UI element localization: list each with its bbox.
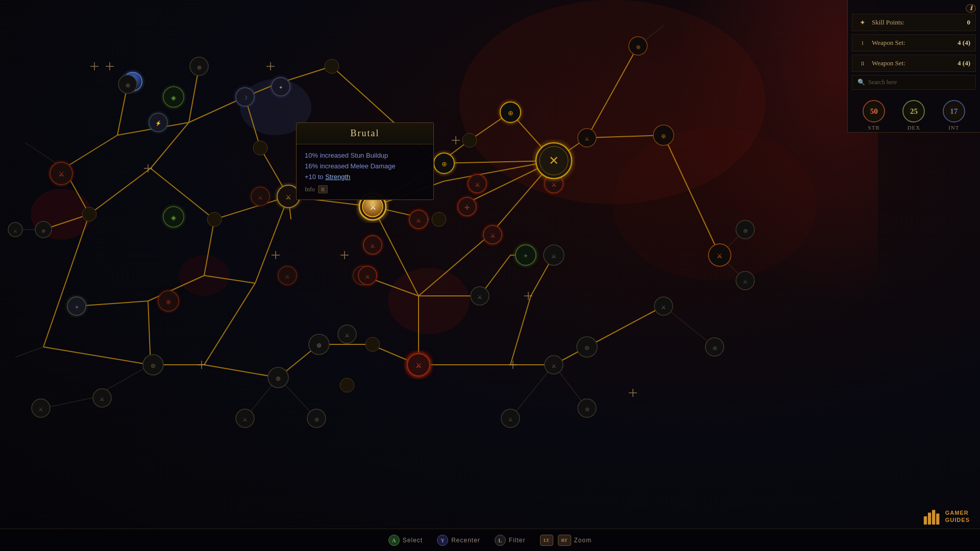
svg-text:⊕: ⊕ (661, 133, 666, 140)
svg-text:✦: ✦ (279, 85, 283, 90)
svg-text:⚔: ⚔ (100, 396, 105, 402)
svg-text:⚡: ⚡ (155, 120, 162, 127)
gg-line1: GAMER (945, 509, 970, 516)
tooltip-line-3: +10 to Strength (305, 172, 425, 183)
tooltip-line-2: 16% increased Melee Damage (305, 161, 425, 172)
key-lt: LT (540, 535, 553, 546)
svg-text:⚔: ⚔ (13, 229, 17, 234)
search-icon: 🔍 (857, 79, 865, 86)
svg-text:⚔: ⚔ (365, 273, 370, 280)
svg-text:✛: ✛ (464, 204, 470, 211)
svg-text:⊕: ⊕ (41, 228, 45, 234)
svg-text:⚔: ⚔ (370, 203, 376, 211)
weapon-set-1-label: Weapon Set: (872, 39, 958, 47)
svg-rect-225 (932, 510, 935, 524)
int-label: INT (948, 124, 959, 131)
skill-points-row: ✦ Skill Points: 0 (852, 14, 976, 31)
gg-text: GAMER GUIDES (945, 509, 970, 524)
str-stat: 50 STR (863, 100, 885, 131)
svg-point-6 (388, 268, 470, 334)
weapon-set-1-row: I Weapon Set: 4 (4) (852, 34, 976, 52)
svg-text:+: + (524, 252, 528, 260)
svg-text:✕: ✕ (549, 154, 559, 167)
svg-text:⚔: ⚔ (584, 136, 590, 142)
svg-point-218 (325, 59, 339, 73)
weapon-set-1-value: 4 (4) (958, 39, 970, 47)
svg-text:⊛: ⊛ (314, 416, 319, 422)
control-recenter-label: Recenter (451, 537, 480, 544)
weapon-set-1-icon: I (857, 38, 868, 48)
tooltip-line-3-prefix: +10 to (305, 173, 325, 181)
skill-points-value: 0 (967, 18, 971, 27)
svg-rect-224 (928, 513, 931, 524)
stats-row: 50 STR 25 DEX 17 INT (852, 96, 976, 133)
key-y: Y (437, 535, 448, 546)
svg-text:⚔: ⚔ (258, 194, 263, 201)
skill-points-icon: ✦ (857, 17, 868, 28)
svg-text:⊛: ⊛ (316, 342, 322, 349)
weapon-set-2-icon: II (857, 58, 868, 68)
svg-text:⚔: ⚔ (38, 406, 43, 412)
svg-text:⊛: ⊛ (585, 406, 590, 412)
tooltip-title: Brutal (297, 123, 433, 144)
svg-text:⚔: ⚔ (415, 362, 422, 369)
key-rt: RT (558, 535, 571, 546)
key-a: A (388, 535, 400, 546)
svg-text:⚔: ⚔ (743, 279, 748, 285)
svg-text:⚔: ⚔ (58, 170, 65, 178)
control-select: A Select (388, 535, 423, 546)
svg-text:⚔: ⚔ (490, 232, 496, 239)
svg-text:⚔: ⚔ (661, 304, 666, 310)
control-recenter: Y Recenter (437, 535, 480, 546)
svg-text:⚔: ⚔ (345, 332, 350, 338)
search-row[interactable]: 🔍 (852, 75, 976, 90)
tooltip-line-1: 10% increased Stun Buildup (305, 151, 425, 161)
gg-logo-icon (923, 507, 941, 525)
svg-text:⚔: ⚔ (551, 363, 556, 369)
int-stat: 17 INT (943, 100, 965, 131)
svg-rect-226 (936, 514, 939, 525)
svg-text:⊕: ⊕ (743, 228, 748, 234)
svg-text:⚔: ⚔ (551, 181, 557, 188)
svg-text:⚔: ⚔ (285, 273, 290, 280)
svg-text:⊛: ⊛ (276, 375, 281, 382)
gg-line2: GUIDES (945, 516, 970, 523)
svg-text:⊕: ⊕ (442, 160, 447, 168)
control-zoom-label: Zoom (574, 537, 592, 544)
svg-text:⚔: ⚔ (416, 217, 421, 223)
svg-point-221 (365, 337, 380, 352)
svg-text:⚔: ⚔ (717, 252, 723, 260)
svg-text:⚔: ⚔ (508, 416, 513, 422)
svg-text:⊕: ⊕ (508, 109, 513, 117)
str-value: 50 (870, 107, 878, 116)
watermark: GAMER GUIDES (923, 507, 970, 525)
svg-text:⚔: ⚔ (551, 253, 556, 259)
weapon-set-2-row: II Weapon Set: 4 (4) (852, 55, 976, 72)
svg-text:⊕: ⊕ (166, 298, 171, 306)
bottom-control-bar: A Select Y Recenter L Filter LT RT Zoom (0, 529, 980, 551)
svg-text:◈: ◈ (171, 214, 176, 221)
key-l: L (495, 535, 506, 546)
control-filter-label: Filter (509, 537, 526, 544)
tooltip-info-key: R (318, 185, 328, 193)
str-circle: 50 (863, 100, 885, 122)
tooltip-info-row: Info R (305, 185, 425, 193)
svg-text:⚔: ⚔ (242, 416, 248, 422)
svg-point-217 (253, 141, 267, 155)
info-icon[interactable]: ℹ (966, 4, 976, 13)
svg-point-216 (207, 212, 222, 227)
skill-points-label: Skill Points: (872, 18, 967, 27)
int-value: 17 (950, 107, 958, 116)
svg-rect-223 (924, 516, 927, 524)
control-zoom: LT RT Zoom (540, 535, 592, 546)
svg-text:☽: ☽ (243, 95, 248, 101)
dex-stat: 25 DEX (902, 100, 925, 131)
svg-text:⊛: ⊛ (584, 344, 590, 352)
search-input[interactable] (868, 79, 970, 86)
svg-text:⚔: ⚔ (477, 294, 482, 300)
dex-circle: 25 (902, 100, 925, 122)
svg-text:⚔: ⚔ (370, 243, 375, 249)
skill-tree-canvas: ✦ ☽ ✦ ⚡ ✦ ⚔ ⊕ ⚔ ⚔ ⚔ ⚔ ✛ ⚔ ⚔ ⚔ ⚔ (0, 0, 980, 551)
weapon-set-2-value: 4 (4) (958, 59, 970, 67)
control-select-label: Select (403, 537, 423, 544)
